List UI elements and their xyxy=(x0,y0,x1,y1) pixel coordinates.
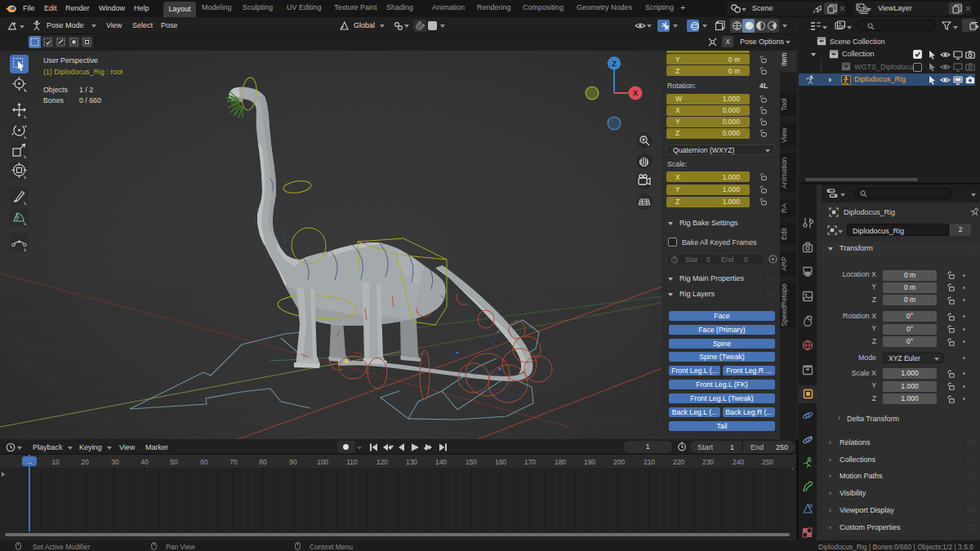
svg-text:220: 220 xyxy=(673,458,684,466)
svg-text:X: X xyxy=(633,89,638,97)
svg-text:180: 180 xyxy=(555,458,566,466)
svg-text:40: 40 xyxy=(140,458,149,466)
svg-text:170: 170 xyxy=(524,458,536,466)
svg-text:50: 50 xyxy=(170,458,178,466)
svg-text:20: 20 xyxy=(81,458,89,466)
svg-text:70: 70 xyxy=(229,458,238,466)
svg-text:200: 200 xyxy=(613,458,625,466)
svg-text:120: 120 xyxy=(376,458,388,466)
svg-text:230: 230 xyxy=(702,458,714,466)
svg-text:Z: Z xyxy=(612,60,617,68)
svg-text:80: 80 xyxy=(259,458,267,466)
svg-text:30: 30 xyxy=(111,458,119,466)
svg-text:130: 130 xyxy=(406,458,417,466)
svg-text:190: 190 xyxy=(584,458,595,466)
svg-text:150: 150 xyxy=(466,458,477,466)
svg-text:240: 240 xyxy=(733,458,744,466)
svg-text:60: 60 xyxy=(200,458,208,466)
svg-text:100: 100 xyxy=(317,458,328,466)
svg-text:250: 250 xyxy=(762,458,773,466)
svg-text:110: 110 xyxy=(346,458,358,466)
svg-text:160: 160 xyxy=(495,458,506,466)
svg-text:10: 10 xyxy=(51,458,60,466)
svg-text:90: 90 xyxy=(289,458,297,466)
svg-text:140: 140 xyxy=(435,458,447,466)
svg-text:210: 210 xyxy=(644,458,655,466)
